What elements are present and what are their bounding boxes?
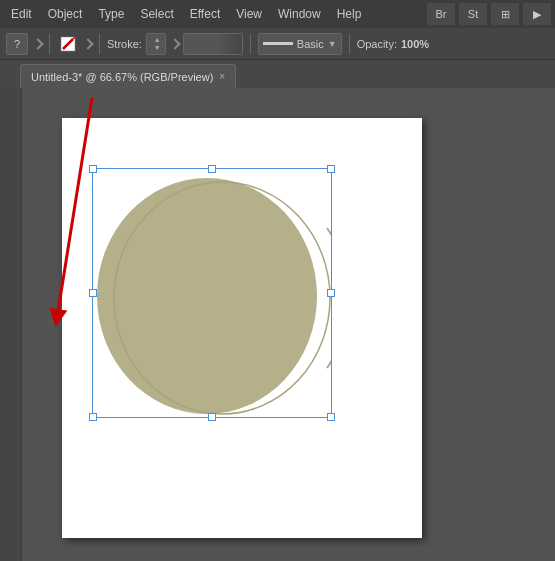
brush-tool-icon[interactable] [57,33,79,55]
tool-dropdown-arrow [32,38,43,49]
stroke-dropdown-arrow [169,38,180,49]
stock-icon[interactable]: St [459,3,487,25]
stroke-control[interactable]: ▲ ▼ [146,33,166,55]
menu-help[interactable]: Help [330,3,369,25]
tab-close-button[interactable]: × [219,71,225,82]
stroke-arrows[interactable]: ▲ ▼ [154,36,161,51]
menu-type[interactable]: Type [91,3,131,25]
toolbar: ? Stroke: ▲ ▼ Basic ▼ Opacity: 100% [0,28,555,60]
menu-view[interactable]: View [229,3,269,25]
menu-effect[interactable]: Effect [183,3,227,25]
tool-question-button[interactable]: ? [6,33,28,55]
separator-3 [250,34,251,54]
menubar: Edit Object Type Select Effect View Wind… [0,0,555,28]
style-label: Basic [297,38,324,50]
svg-point-3 [97,178,317,414]
document-canvas [62,118,422,538]
menu-object[interactable]: Object [41,3,90,25]
collapse-icon[interactable]: ▶ [523,3,551,25]
separator-4 [349,34,350,54]
brush-dropdown-arrow [82,38,93,49]
shape-container[interactable] [92,168,332,418]
menu-select[interactable]: Select [133,3,180,25]
fill-color-box[interactable] [183,33,243,55]
tab-title: Untitled-3* @ 66.67% (RGB/Preview) [31,71,213,83]
menubar-right-icons: Br St ⊞ ▶ [427,3,551,25]
menu-window[interactable]: Window [271,3,328,25]
style-selector[interactable]: Basic ▼ [258,33,342,55]
canvas-area [22,88,555,561]
main-area [0,88,555,561]
bridge-icon[interactable]: Br [427,3,455,25]
style-preview [263,42,293,45]
tools-panel [0,88,22,561]
tabbar: Untitled-3* @ 66.67% (RGB/Preview) × [0,60,555,88]
stroke-down-arrow[interactable]: ▼ [154,44,161,51]
workspace-icon[interactable]: ⊞ [491,3,519,25]
style-dropdown-arrow[interactable]: ▼ [328,39,337,49]
ellipse-shape [92,168,332,418]
document-tab[interactable]: Untitled-3* @ 66.67% (RGB/Preview) × [20,64,236,88]
separator-2 [99,34,100,54]
opacity-label: Opacity: [357,38,397,50]
menu-edit[interactable]: Edit [4,3,39,25]
opacity-value: 100% [401,38,429,50]
stroke-label: Stroke: [107,38,142,50]
stroke-up-arrow[interactable]: ▲ [154,36,161,43]
separator-1 [49,34,50,54]
